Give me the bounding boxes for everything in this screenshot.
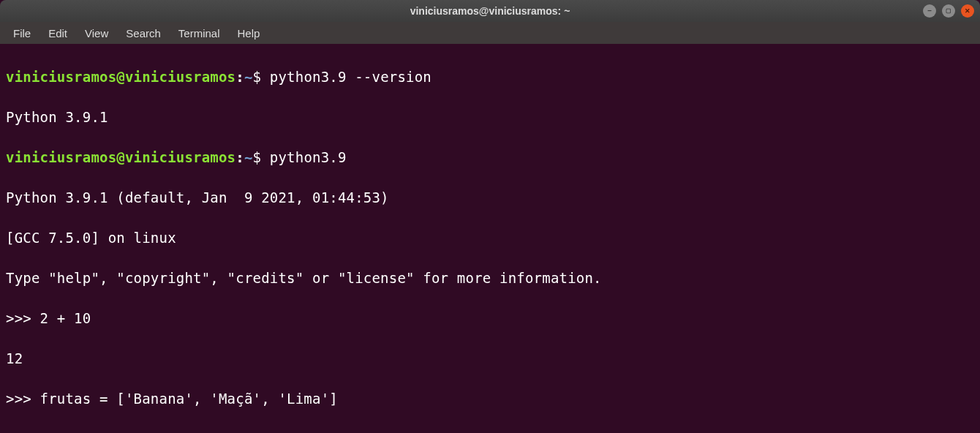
python-input: frutas = ['Banana', 'Maçã', 'Lima'] (40, 391, 338, 407)
menubar: File Edit View Search Terminal Help (0, 22, 980, 44)
python-banner-line: Python 3.9.1 (default, Jan 9 2021, 01:44… (6, 188, 974, 208)
terminal-body[interactable]: viniciusramos@viniciusramos:~$ python3.9… (0, 44, 980, 433)
ps1-path: ~ (244, 69, 253, 85)
menu-search[interactable]: Search (118, 24, 168, 42)
ps1-colon: : (235, 149, 244, 165)
python-prompt: >>> (6, 391, 40, 407)
python-repl-line: >>> frutas = ['Banana', 'Maçã', 'Lima'] (6, 389, 974, 410)
python-banner-line: Type "help", "copyright", "credits" or "… (6, 268, 974, 289)
ps1-host: viniciusramos (125, 69, 235, 85)
menu-view[interactable]: View (78, 24, 116, 42)
maximize-button[interactable] (942, 4, 955, 18)
shell-command: python3.9 (270, 149, 347, 165)
window-controls (923, 4, 974, 18)
menu-edit[interactable]: Edit (41, 24, 75, 42)
ps1-at: @ (116, 149, 125, 165)
python-banner-line: [GCC 7.5.0] on linux (6, 228, 974, 249)
window-title: viniciusramos@viniciusramos: ~ (410, 5, 570, 17)
python-input: 2 + 10 (40, 310, 91, 326)
menu-terminal[interactable]: Terminal (171, 24, 227, 42)
menu-help[interactable]: Help (230, 24, 268, 42)
ps1-dollar: $ (253, 69, 262, 85)
menu-file[interactable]: File (6, 24, 38, 42)
titlebar: viniciusramos@viniciusramos: ~ (0, 0, 980, 22)
ps1-colon: : (235, 69, 244, 85)
ps1-user: viniciusramos (6, 149, 116, 165)
shell-output: Python 3.9.1 (6, 108, 974, 128)
python-prompt: >>> (6, 310, 40, 326)
shell-line-2: viniciusramos@viniciusramos:~$ python3.9 (6, 148, 974, 168)
python-repl-line: >>> frutas_maiusculo = [fruta.upper() fo… (6, 429, 974, 433)
python-repl-line: >>> 2 + 10 (6, 309, 974, 329)
ps1-space (261, 149, 270, 165)
ps1-dollar: $ (253, 149, 262, 165)
shell-line-1: viniciusramos@viniciusramos:~$ python3.9… (6, 67, 974, 88)
ps1-at: @ (116, 69, 125, 85)
shell-command: python3.9 --version (270, 69, 431, 85)
minimize-button[interactable] (923, 4, 936, 18)
ps1-path: ~ (244, 149, 253, 165)
python-output: 12 (6, 349, 974, 369)
ps1-host: viniciusramos (125, 149, 235, 165)
close-button[interactable] (961, 4, 974, 18)
ps1-user: viniciusramos (6, 69, 116, 85)
ps1-space (261, 69, 270, 85)
